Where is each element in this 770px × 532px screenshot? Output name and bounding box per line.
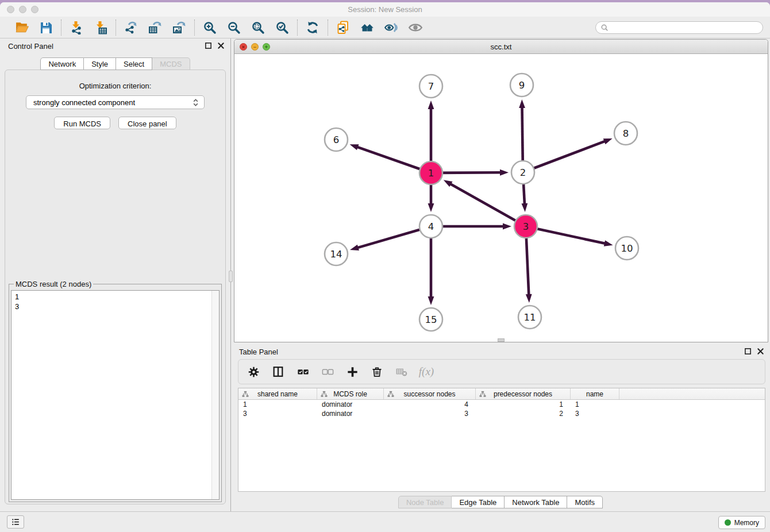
close-panel-icon[interactable] xyxy=(757,348,764,355)
criterion-select[interactable]: strongly connected component xyxy=(26,95,205,109)
graph-edge-arrow xyxy=(500,169,509,176)
tab-mcds[interactable]: MCDS xyxy=(152,57,190,70)
zoom-out-icon[interactable] xyxy=(226,20,241,35)
mcds-result-scrollbar[interactable] xyxy=(211,291,219,499)
import-network-icon[interactable] xyxy=(69,20,84,35)
status-bar: Memory xyxy=(0,511,770,532)
graph-edge-arrow xyxy=(428,203,434,212)
svg-text:2: 2 xyxy=(520,167,526,178)
hide-graphics-details-icon[interactable] xyxy=(384,20,399,35)
export-network-icon[interactable] xyxy=(124,20,138,35)
mcds-result-list[interactable]: 13 xyxy=(11,290,220,500)
graph-node[interactable]: 10 xyxy=(615,237,638,260)
svg-text:10: 10 xyxy=(621,243,633,254)
graph-node[interactable]: 14 xyxy=(325,242,348,265)
svg-text:6: 6 xyxy=(333,134,340,145)
node-attribute-table: shared nameMCDS rolesuccessor nodesprede… xyxy=(238,388,765,492)
delete-column-icon[interactable] xyxy=(370,365,384,379)
mcds-panel: Optimization criterion: strongly connect… xyxy=(5,70,226,504)
svg-text:3: 3 xyxy=(523,221,529,232)
open-session-icon[interactable] xyxy=(14,20,29,35)
svg-text:14: 14 xyxy=(330,249,342,260)
svg-text:4: 4 xyxy=(428,221,434,232)
run-mcds-button[interactable]: Run MCDS xyxy=(54,117,110,129)
table-cell: 3 xyxy=(384,409,476,418)
tab-style[interactable]: Style xyxy=(84,57,116,70)
zoom-fit-icon[interactable] xyxy=(251,20,265,35)
table-cell: dominator xyxy=(317,400,384,409)
clone-network-icon[interactable] xyxy=(336,20,351,35)
graph-edge-arrow xyxy=(521,203,528,212)
table-options-icon[interactable] xyxy=(247,365,260,379)
add-column-icon[interactable] xyxy=(345,365,359,379)
select-stepper-icon xyxy=(191,98,200,107)
graph-node[interactable]: 6 xyxy=(325,128,348,151)
zoom-in-icon[interactable] xyxy=(202,20,217,35)
close-panel-button[interactable]: Close panel xyxy=(118,117,176,129)
svg-text:15: 15 xyxy=(425,314,437,325)
search-input[interactable] xyxy=(611,24,758,32)
table-header-row: shared nameMCDS rolesuccessor nodesprede… xyxy=(238,388,765,400)
graph-node[interactable]: 7 xyxy=(419,75,442,98)
table-body: 1dominator4113dominator323 xyxy=(238,400,765,418)
main-toolbar xyxy=(0,17,770,38)
network-window-titlebar: × − + scc.txt xyxy=(234,40,768,54)
column-header-mcds-role[interactable]: MCDS role xyxy=(317,388,384,399)
memory-label: Memory xyxy=(734,519,759,527)
graph-node[interactable]: 15 xyxy=(419,308,442,331)
control-panel-tabs: NetworkStyleSelectMCDS xyxy=(0,57,230,70)
tab-node-table[interactable]: Node Table xyxy=(398,496,452,508)
graph-edge[interactable] xyxy=(523,141,605,172)
graph-edge-arrow xyxy=(526,294,532,303)
task-history-button[interactable] xyxy=(7,515,24,529)
tab-motifs[interactable]: Motifs xyxy=(567,496,603,508)
export-table-icon[interactable] xyxy=(148,20,163,35)
float-panel-icon[interactable] xyxy=(744,348,752,355)
table-panel-tabs: Node TableEdge TableNetwork TableMotifs xyxy=(231,496,770,508)
page: { "titlebar": { "title": "Session: New S… xyxy=(0,0,770,532)
apply-layout-icon[interactable] xyxy=(305,20,320,35)
save-session-icon[interactable] xyxy=(38,20,53,35)
export-image-icon[interactable] xyxy=(172,20,187,35)
list-icon xyxy=(11,517,21,527)
application-window: Session: New Session xyxy=(0,2,770,532)
table-row[interactable]: 1dominator411 xyxy=(238,400,765,409)
import-table-icon[interactable] xyxy=(93,20,108,35)
float-panel-icon[interactable] xyxy=(205,42,212,49)
tab-select[interactable]: Select xyxy=(116,57,152,70)
graph-node[interactable]: 3 xyxy=(514,215,537,238)
show-graphics-details-icon[interactable] xyxy=(408,20,423,35)
table-row[interactable]: 3dominator323 xyxy=(238,409,765,418)
graph-node[interactable]: 1 xyxy=(419,161,442,184)
select-all-check-icon[interactable] xyxy=(296,365,310,379)
table-panel-title: Table Panel xyxy=(239,348,278,356)
column-header-name[interactable]: name xyxy=(571,388,619,399)
graph-node[interactable]: 9 xyxy=(510,74,533,97)
memory-button[interactable]: Memory xyxy=(718,516,765,529)
column-header-successor-nodes[interactable]: successor nodes xyxy=(384,388,476,399)
close-panel-icon[interactable] xyxy=(217,42,225,49)
table-cell: 3 xyxy=(571,409,619,418)
column-header-shared-name[interactable]: shared name xyxy=(238,388,317,399)
graph-node[interactable]: 4 xyxy=(419,215,442,238)
tab-network[interactable]: Network xyxy=(40,57,84,70)
function-builder-icon: f(x) xyxy=(419,365,433,379)
graph-edge[interactable] xyxy=(451,184,526,226)
canvas-resize-handle[interactable] xyxy=(498,338,505,342)
zoom-selected-icon[interactable] xyxy=(275,20,290,35)
show-all-networks-icon[interactable] xyxy=(360,20,375,35)
tab-edge-table[interactable]: Edge Table xyxy=(452,496,505,508)
panel-splitter-handle[interactable] xyxy=(229,271,233,282)
graph-node[interactable]: 2 xyxy=(511,161,534,184)
deselect-all-check-icon[interactable] xyxy=(321,365,334,379)
show-column-icon[interactable] xyxy=(271,365,285,379)
graph-node[interactable]: 8 xyxy=(614,122,637,145)
search-field[interactable] xyxy=(595,21,763,34)
graph-node[interactable]: 11 xyxy=(518,306,541,329)
window-title: Session: New Session xyxy=(0,5,770,14)
table-cell: 2 xyxy=(476,409,571,418)
network-canvas[interactable]: 1234678910111415 xyxy=(234,54,768,342)
column-header-predecessor-nodes[interactable]: predecessor nodes xyxy=(476,388,571,399)
network-window-title: scc.txt xyxy=(234,43,768,51)
tab-network-table[interactable]: Network Table xyxy=(505,496,567,508)
